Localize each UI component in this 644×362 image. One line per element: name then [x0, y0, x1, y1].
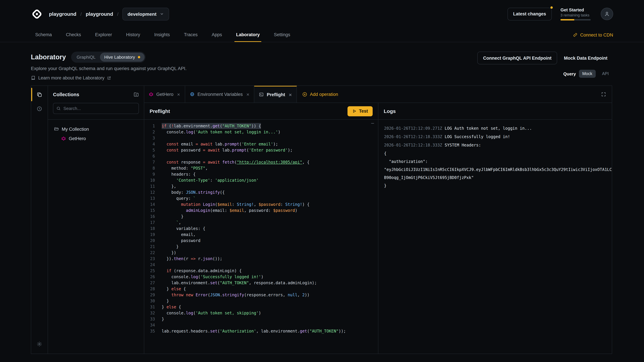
history-clock-icon	[36, 106, 42, 111]
close-tab-icon[interactable]: ×	[246, 92, 250, 97]
avatar[interactable]	[601, 8, 613, 20]
code-line[interactable]: 1if (!lab.environment.get("AUTH_TOKEN"))…	[144, 123, 378, 129]
code-line[interactable]: 34	[144, 322, 378, 328]
page-title: Laboratory	[31, 53, 66, 61]
settings-rail-button[interactable]	[34, 338, 45, 350]
code-line[interactable]: 31} else {	[144, 304, 378, 310]
query-mode-api[interactable]: API	[599, 70, 612, 78]
code-line[interactable]: 10 'Content-Type': 'application/json'	[144, 177, 378, 183]
query-mode-mock[interactable]: Mock	[579, 70, 596, 78]
code-line[interactable]: 17 `,	[144, 220, 378, 226]
target-selector[interactable]: development	[122, 7, 169, 20]
tab-gethero[interactable]: GetHero ×	[144, 86, 185, 103]
lab-mode-toggle: GraphiQL Hive Laboratory	[71, 52, 146, 63]
collection-folder[interactable]: My Collection	[51, 124, 140, 134]
code-line[interactable]: 30 }	[144, 298, 378, 304]
latest-changes-button[interactable]: Latest changes	[507, 7, 552, 20]
line-number: 32	[144, 310, 155, 316]
breadcrumb-separator: /	[117, 11, 118, 16]
code-line[interactable]: 26 console.log('Successfully logged in!'…	[144, 274, 378, 280]
mock-endpoint-button[interactable]: Mock Data Endpoint	[559, 52, 612, 64]
code-line[interactable]: 35lab.request.headers.set('Authorization…	[144, 328, 378, 334]
collections-panel: Collections My Collection GetHero	[48, 86, 144, 354]
tab-preflight[interactable]: Preflight ×	[254, 86, 297, 103]
nav-tab-history[interactable]: History	[124, 28, 142, 42]
code-line[interactable]: 22 })	[144, 250, 378, 256]
code-line[interactable]: 25 if (response.data.adminLogin) {	[144, 268, 378, 274]
code-line[interactable]: 5 const password = await lab.prompt('Ent…	[144, 147, 378, 153]
close-tab-icon[interactable]: ×	[177, 92, 180, 97]
breadcrumb-project[interactable]: playground	[86, 11, 113, 17]
nav-tab-schema[interactable]: Schema	[34, 28, 54, 42]
line-number: 24	[144, 262, 155, 268]
code-line[interactable]: 15 adminLogin(email: $email, password: $…	[144, 207, 378, 214]
line-number: 8	[144, 165, 155, 171]
test-button[interactable]: Test	[348, 106, 373, 116]
mode-graphiql[interactable]: GraphiQL	[72, 53, 100, 62]
code-line[interactable]: 29 throw new Error(JSON.stringify(respon…	[144, 292, 378, 298]
code-line[interactable]: 12 body: JSON.stringify({	[144, 189, 378, 195]
tab-label: GetHero	[156, 92, 174, 97]
nav-tab-laboratory[interactable]: Laboratory	[234, 28, 262, 42]
hive-logo[interactable]	[31, 8, 43, 20]
history-rail-button[interactable]	[34, 103, 45, 114]
code-line[interactable]: 8 method: "POST",	[144, 165, 378, 171]
code-line[interactable]: 2 console.log('Auth token not set, loggi…	[144, 129, 378, 135]
code-line[interactable]: 27 lab.environment.set("AUTH_TOKEN", res…	[144, 280, 378, 286]
breadcrumb-org[interactable]: playground	[49, 11, 76, 17]
nav-tab-checks[interactable]: Checks	[64, 28, 83, 42]
connect-cdn-button[interactable]: Connect to CDN	[573, 28, 613, 42]
mode-hive-laboratory[interactable]: Hive Laboratory	[100, 53, 144, 62]
page-head: Laboratory GraphiQL Hive Laboratory Expl…	[0, 42, 644, 80]
code-line[interactable]: 28 } else {	[144, 286, 378, 292]
collections-search	[53, 103, 139, 114]
code-line[interactable]: 7 const response = await fetch("http://l…	[144, 159, 378, 165]
learn-more-link[interactable]: Learn more about the Laboratory	[31, 75, 187, 80]
line-number: 15	[144, 207, 155, 214]
tab-label: Environment Variables	[198, 92, 243, 97]
nav-tab-apps[interactable]: Apps	[210, 28, 224, 42]
code-line[interactable]: 18 variables: {	[144, 226, 378, 232]
get-started-widget[interactable]: Get Started 3 remaining tasks	[560, 7, 591, 20]
search-input[interactable]	[53, 103, 139, 114]
close-tab-icon[interactable]: ×	[289, 92, 292, 97]
fullscreen-button[interactable]	[595, 86, 612, 103]
line-number: 20	[144, 238, 155, 244]
code-line[interactable]: 20 password	[144, 238, 378, 244]
line-number: 22	[144, 250, 155, 256]
notification-dot	[550, 6, 553, 8]
nav-tab-settings[interactable]: Settings	[272, 28, 292, 42]
new-folder-icon[interactable]	[134, 92, 139, 97]
collections-rail-button[interactable]	[34, 89, 45, 100]
code-line[interactable]: 4 const email = await lab.prompt('Enter …	[144, 141, 378, 147]
code-line[interactable]: 19 email,	[144, 232, 378, 238]
link-icon	[573, 32, 578, 37]
tab-environment-variables[interactable]: Environment Variables ×	[185, 86, 254, 103]
collection-operation[interactable]: GetHero	[59, 134, 140, 143]
collection-operation-label: GetHero	[69, 136, 86, 141]
test-button-label: Test	[359, 109, 368, 114]
add-operation-button[interactable]: Add operation	[297, 86, 344, 103]
line-number: 30	[144, 298, 155, 304]
code-line[interactable]: 14 mutation Login($email: String!, $pass…	[144, 201, 378, 207]
connect-endpoint-button[interactable]: Connect GraphQL API Endpoint	[477, 52, 557, 64]
code-line[interactable]: 16 }	[144, 214, 378, 220]
code-line[interactable]: 23 }).then(r => r.json());	[144, 256, 378, 262]
code-line[interactable]: 9 headers: {	[144, 171, 378, 177]
collections-icon	[36, 92, 42, 97]
code-line[interactable]: 13 query: `	[144, 195, 378, 201]
code-line[interactable]: 11 },	[144, 183, 378, 189]
code-line[interactable]: 21 }	[144, 244, 378, 250]
code-line[interactable]: 24	[144, 262, 378, 268]
get-started-subtitle: 3 remaining tasks	[560, 13, 591, 17]
code-line[interactable]: 32 console.log('Auth token set, skipping…	[144, 310, 378, 316]
code-line[interactable]: 6	[144, 153, 378, 159]
code-line[interactable]: 3	[144, 135, 378, 141]
code-line[interactable]: 33}	[144, 316, 378, 322]
nav-tab-traces[interactable]: Traces	[182, 28, 200, 42]
line-number: 21	[144, 244, 155, 250]
code-editor[interactable]: — 1if (!lab.environment.get("AUTH_TOKEN"…	[144, 120, 378, 354]
nav-tab-explorer[interactable]: Explorer	[94, 28, 114, 42]
nav-tab-insights[interactable]: Insights	[152, 28, 172, 42]
collapse-editor-icon[interactable]: —	[371, 120, 374, 126]
